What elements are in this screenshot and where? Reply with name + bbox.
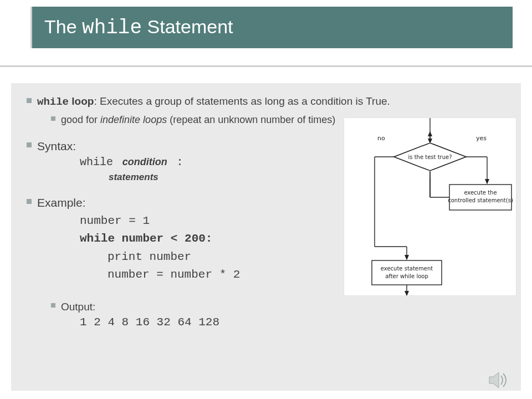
bullet-icon (27, 142, 32, 147)
b1-rest: loop (69, 95, 94, 107)
syntax-cond: condition (122, 156, 167, 167)
speaker-icon (488, 370, 510, 390)
box1-line1: execute the (464, 190, 497, 196)
b1-sub-pre: good for (61, 114, 100, 125)
b1-code: while (37, 96, 69, 108)
bullet-icon (51, 116, 55, 121)
output-value: 1 2 4 8 16 32 64 128 (27, 316, 511, 329)
bullet-1-text: while loop: Executes a group of statemen… (37, 94, 390, 110)
output-label: Output: (61, 300, 95, 314)
bullet-icon (27, 98, 32, 103)
box2-line2: after while loop (385, 273, 428, 279)
bullet-icon (51, 303, 55, 308)
box2-line1: execute statement (381, 265, 433, 272)
yes-label: yes (476, 135, 487, 142)
box1-line2: controlled statement(s) (448, 197, 513, 203)
b2-text: Syntax: (37, 139, 76, 154)
b1-sub-ital: indefinite loops (100, 114, 167, 125)
b1-desc: : Executes a group of statements as long… (94, 95, 390, 107)
syntax-colon: : (176, 156, 183, 168)
svg-text:is the test true?: is the test true? (408, 154, 452, 160)
output-bullet: Output: (27, 300, 511, 314)
title-post: Statement (142, 16, 233, 37)
b3-text: Example: (37, 195, 86, 211)
content-panel: while loop: Executes a group of statemen… (11, 83, 521, 391)
bullet-icon (27, 199, 32, 204)
b1-sub-post: (repeat an unknown number of times) (167, 114, 335, 125)
bullet-1-sub: good for indefinite loops (repeat an unk… (61, 113, 335, 126)
syntax-while: while (80, 156, 113, 168)
no-label: no (377, 135, 385, 142)
slide-title: The while Statement (44, 16, 233, 39)
title-pre: The (44, 16, 82, 37)
divider-band (0, 57, 532, 67)
title-bar: The while Statement (30, 7, 513, 48)
svg-rect-17 (372, 260, 442, 285)
title-mono: while (82, 17, 142, 39)
flowchart-svg: is the test true? yes execute the contro… (344, 118, 516, 295)
flowchart: is the test true? yes execute the contro… (344, 117, 516, 296)
